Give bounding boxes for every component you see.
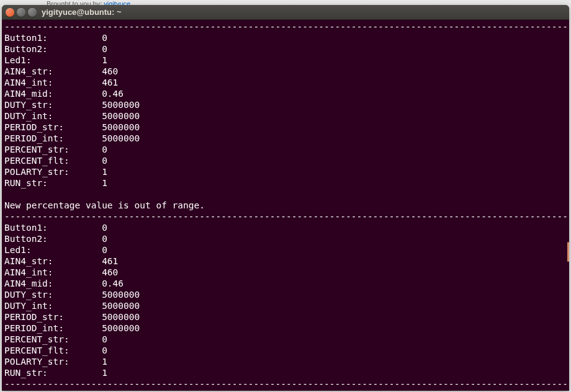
terminal-window: yigityuce@ubuntu: ~ --------------------… [2, 5, 569, 391]
close-icon[interactable] [6, 8, 14, 17]
titlebar[interactable]: yigityuce@ubuntu: ~ [2, 5, 569, 20]
minimize-icon[interactable] [17, 8, 25, 17]
scrollbar[interactable] [567, 5, 569, 391]
scroll-thumb[interactable] [567, 242, 569, 262]
terminal-content[interactable]: ----------------------------------------… [2, 20, 569, 391]
window-title: yigityuce@ubuntu: ~ [42, 7, 122, 17]
window-controls [6, 8, 37, 17]
maximize-icon[interactable] [28, 8, 37, 17]
